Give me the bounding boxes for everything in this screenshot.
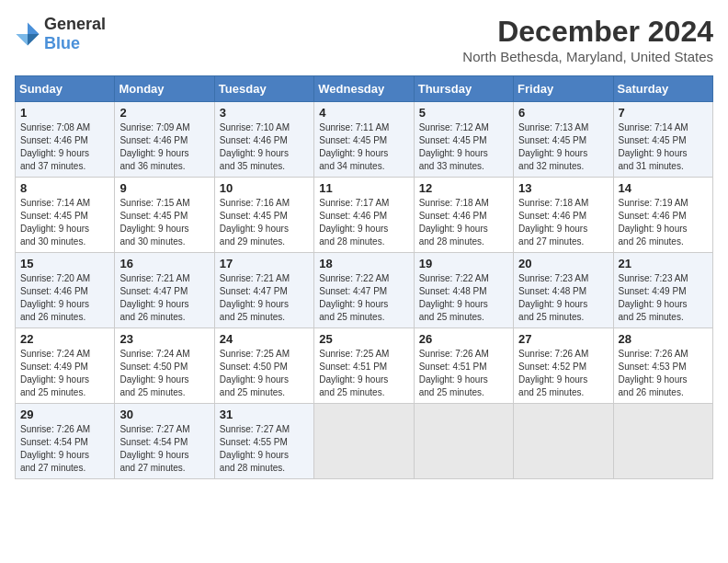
day-info: Sunrise: 7:25 AM Sunset: 4:51 PM Dayligh…	[319, 348, 408, 399]
calendar-cell: 10 Sunrise: 7:16 AM Sunset: 4:45 PM Dayl…	[214, 178, 313, 253]
day-info: Sunrise: 7:23 AM Sunset: 4:49 PM Dayligh…	[619, 272, 708, 324]
calendar-cell	[514, 404, 613, 479]
day-number: 19	[419, 257, 508, 270]
calendar-cell: 29 Sunrise: 7:26 AM Sunset: 4:54 PM Dayl…	[16, 404, 115, 479]
calendar-cell	[613, 404, 712, 479]
day-number: 30	[119, 408, 209, 421]
logo[interactable]: General Blue	[15, 15, 106, 53]
calendar-cell: 12 Sunrise: 7:18 AM Sunset: 4:46 PM Dayl…	[414, 178, 513, 253]
calendar-cell: 16 Sunrise: 7:21 AM Sunset: 4:47 PM Dayl…	[115, 253, 214, 328]
day-number: 4	[319, 106, 408, 120]
calendar-cell: 20 Sunrise: 7:23 AM Sunset: 4:48 PM Dayl…	[514, 253, 613, 328]
calendar-cell	[414, 404, 513, 479]
location-title: North Bethesda, Maryland, United States	[462, 49, 713, 64]
title-block: December 2024 North Bethesda, Maryland, …	[462, 15, 713, 64]
calendar-cell: 19 Sunrise: 7:22 AM Sunset: 4:48 PM Dayl…	[414, 253, 513, 328]
calendar-cell: 7 Sunrise: 7:14 AM Sunset: 4:45 PM Dayli…	[613, 102, 712, 178]
calendar-cell	[314, 404, 414, 479]
day-number: 31	[220, 408, 309, 421]
calendar-cell: 18 Sunrise: 7:22 AM Sunset: 4:47 PM Dayl…	[314, 253, 414, 328]
day-number: 20	[518, 257, 608, 270]
calendar-cell: 25 Sunrise: 7:25 AM Sunset: 4:51 PM Dayl…	[314, 328, 414, 404]
day-info: Sunrise: 7:23 AM Sunset: 4:48 PM Dayligh…	[518, 272, 608, 324]
day-number: 11	[319, 181, 408, 195]
calendar-cell: 21 Sunrise: 7:23 AM Sunset: 4:49 PM Dayl…	[613, 253, 712, 328]
day-info: Sunrise: 7:12 AM Sunset: 4:45 PM Dayligh…	[419, 121, 508, 173]
day-number: 7	[619, 106, 708, 120]
day-info: Sunrise: 7:17 AM Sunset: 4:46 PM Dayligh…	[319, 197, 408, 248]
day-info: Sunrise: 7:13 AM Sunset: 4:45 PM Dayligh…	[518, 121, 608, 173]
day-info: Sunrise: 7:27 AM Sunset: 4:54 PM Dayligh…	[119, 423, 209, 475]
calendar-cell: 8 Sunrise: 7:14 AM Sunset: 4:45 PM Dayli…	[16, 178, 115, 253]
day-info: Sunrise: 7:26 AM Sunset: 4:53 PM Dayligh…	[619, 348, 708, 399]
calendar-cell: 30 Sunrise: 7:27 AM Sunset: 4:54 PM Dayl…	[115, 404, 214, 479]
day-number: 18	[319, 257, 408, 270]
day-number: 3	[220, 106, 309, 120]
day-number: 6	[518, 106, 608, 120]
day-info: Sunrise: 7:22 AM Sunset: 4:47 PM Dayligh…	[319, 272, 408, 324]
calendar-cell: 23 Sunrise: 7:24 AM Sunset: 4:50 PM Dayl…	[115, 328, 214, 404]
weekday-header: Friday	[514, 76, 613, 102]
day-number: 5	[419, 106, 508, 120]
calendar-cell: 13 Sunrise: 7:18 AM Sunset: 4:46 PM Dayl…	[514, 178, 613, 253]
day-info: Sunrise: 7:25 AM Sunset: 4:50 PM Dayligh…	[220, 348, 309, 399]
day-number: 26	[419, 332, 508, 346]
day-number: 17	[220, 257, 309, 270]
calendar-cell: 3 Sunrise: 7:10 AM Sunset: 4:46 PM Dayli…	[214, 102, 313, 178]
day-number: 15	[20, 257, 109, 270]
calendar-cell: 1 Sunrise: 7:08 AM Sunset: 4:46 PM Dayli…	[16, 102, 115, 178]
logo-general-text: General	[44, 15, 106, 33]
day-info: Sunrise: 7:10 AM Sunset: 4:46 PM Dayligh…	[220, 121, 309, 173]
weekday-header: Wednesday	[314, 76, 414, 102]
day-info: Sunrise: 7:24 AM Sunset: 4:50 PM Dayligh…	[119, 348, 209, 399]
day-number: 2	[119, 106, 209, 120]
calendar-cell: 14 Sunrise: 7:19 AM Sunset: 4:46 PM Dayl…	[613, 178, 712, 253]
day-info: Sunrise: 7:15 AM Sunset: 4:45 PM Dayligh…	[119, 197, 209, 248]
day-info: Sunrise: 7:20 AM Sunset: 4:46 PM Dayligh…	[20, 272, 109, 324]
day-info: Sunrise: 7:26 AM Sunset: 4:54 PM Dayligh…	[20, 423, 109, 475]
day-number: 21	[619, 257, 708, 270]
day-number: 12	[419, 181, 508, 195]
day-info: Sunrise: 7:21 AM Sunset: 4:47 PM Dayligh…	[119, 272, 209, 324]
day-info: Sunrise: 7:19 AM Sunset: 4:46 PM Dayligh…	[619, 197, 708, 248]
calendar-cell: 17 Sunrise: 7:21 AM Sunset: 4:47 PM Dayl…	[214, 253, 313, 328]
day-number: 23	[119, 332, 209, 346]
day-number: 16	[119, 257, 209, 270]
day-info: Sunrise: 7:11 AM Sunset: 4:45 PM Dayligh…	[319, 121, 408, 173]
day-info: Sunrise: 7:27 AM Sunset: 4:55 PM Dayligh…	[220, 423, 309, 475]
calendar-cell: 6 Sunrise: 7:13 AM Sunset: 4:45 PM Dayli…	[514, 102, 613, 178]
calendar-table: SundayMondayTuesdayWednesdayThursdayFrid…	[15, 75, 713, 479]
day-info: Sunrise: 7:24 AM Sunset: 4:49 PM Dayligh…	[20, 348, 109, 399]
weekday-header: Thursday	[414, 76, 513, 102]
month-title: December 2024	[462, 15, 713, 49]
day-info: Sunrise: 7:21 AM Sunset: 4:47 PM Dayligh…	[220, 272, 309, 324]
day-info: Sunrise: 7:14 AM Sunset: 4:45 PM Dayligh…	[619, 121, 708, 173]
weekday-header: Sunday	[16, 76, 115, 102]
day-info: Sunrise: 7:18 AM Sunset: 4:46 PM Dayligh…	[518, 197, 608, 248]
day-number: 22	[20, 332, 109, 346]
calendar-cell: 24 Sunrise: 7:25 AM Sunset: 4:50 PM Dayl…	[214, 328, 313, 404]
day-number: 25	[319, 332, 408, 346]
day-number: 10	[220, 181, 309, 195]
svg-marker-0	[28, 22, 40, 34]
calendar-cell: 26 Sunrise: 7:26 AM Sunset: 4:51 PM Dayl…	[414, 328, 513, 404]
day-number: 28	[619, 332, 708, 346]
day-number: 8	[20, 181, 109, 195]
calendar-cell: 4 Sunrise: 7:11 AM Sunset: 4:45 PM Dayli…	[314, 102, 414, 178]
calendar-cell: 5 Sunrise: 7:12 AM Sunset: 4:45 PM Dayli…	[414, 102, 513, 178]
calendar-cell: 2 Sunrise: 7:09 AM Sunset: 4:46 PM Dayli…	[115, 102, 214, 178]
weekday-header: Monday	[115, 76, 214, 102]
day-number: 14	[619, 181, 708, 195]
weekday-header: Saturday	[613, 76, 712, 102]
day-number: 1	[20, 106, 109, 120]
calendar-cell: 31 Sunrise: 7:27 AM Sunset: 4:55 PM Dayl…	[214, 404, 313, 479]
day-info: Sunrise: 7:16 AM Sunset: 4:45 PM Dayligh…	[220, 197, 309, 248]
day-info: Sunrise: 7:14 AM Sunset: 4:45 PM Dayligh…	[20, 197, 109, 248]
svg-marker-2	[16, 34, 28, 46]
day-info: Sunrise: 7:08 AM Sunset: 4:46 PM Dayligh…	[20, 121, 109, 173]
calendar-cell: 11 Sunrise: 7:17 AM Sunset: 4:46 PM Dayl…	[314, 178, 414, 253]
calendar-cell: 22 Sunrise: 7:24 AM Sunset: 4:49 PM Dayl…	[16, 328, 115, 404]
weekday-header: Tuesday	[214, 76, 313, 102]
day-number: 9	[119, 181, 209, 195]
day-number: 24	[220, 332, 309, 346]
